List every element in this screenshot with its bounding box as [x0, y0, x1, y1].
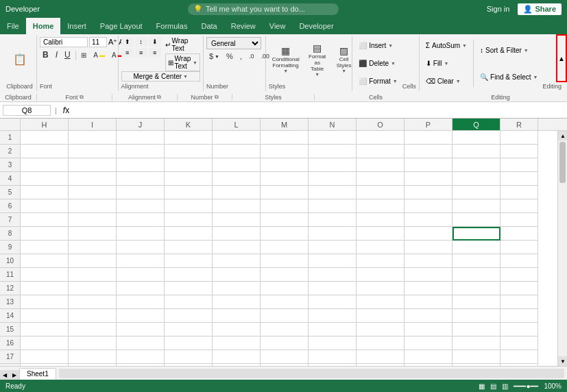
- cell-I7[interactable]: [69, 213, 117, 227]
- cell-O16[interactable]: [357, 336, 405, 350]
- cell-O10[interactable]: [357, 254, 405, 268]
- function-button[interactable]: fx: [61, 106, 71, 115]
- cell-J2[interactable]: [117, 145, 165, 158]
- merge-center-button[interactable]: ⊞ Wrap Text ▼: [165, 53, 200, 71]
- cell-H10[interactable]: [21, 254, 69, 268]
- cell-R1[interactable]: [500, 131, 538, 145]
- cell-R12[interactable]: [500, 282, 538, 295]
- row-header-17[interactable]: 17: [0, 350, 20, 364]
- cell-O14[interactable]: [357, 309, 405, 323]
- cell-P17[interactable]: [405, 350, 453, 364]
- cell-H11[interactable]: [21, 268, 69, 282]
- row-header-1[interactable]: 1: [0, 131, 20, 145]
- cell-I3[interactable]: [69, 158, 117, 172]
- cell-Q4[interactable]: [453, 172, 500, 186]
- scroll-up-button[interactable]: ▲: [558, 131, 567, 140]
- cell-R17[interactable]: [500, 350, 538, 364]
- cell-P14[interactable]: [405, 309, 453, 323]
- horizontal-scrollbar-track[interactable]: [59, 369, 564, 378]
- cell-L5[interactable]: [213, 186, 261, 199]
- paste-button[interactable]: 📋: [10, 52, 30, 67]
- view-pagebreak-icon[interactable]: ▥: [502, 382, 508, 390]
- cell-J18[interactable]: [117, 364, 165, 366]
- number-expand-icon[interactable]: ⧉: [215, 94, 219, 101]
- col-header-Q[interactable]: Q: [453, 119, 500, 130]
- cell-O11[interactable]: [357, 268, 405, 282]
- cell-L1[interactable]: [213, 131, 261, 145]
- cell-M16[interactable]: [261, 336, 309, 350]
- cell-J16[interactable]: [117, 336, 165, 350]
- scrollbar-track[interactable]: [558, 140, 567, 356]
- font-size[interactable]: 11: [89, 37, 107, 47]
- cell-M2[interactable]: [261, 145, 309, 158]
- cell-J3[interactable]: [117, 158, 165, 172]
- cell-L7[interactable]: [213, 213, 261, 227]
- cell-O3[interactable]: [357, 158, 405, 172]
- cell-O1[interactable]: [357, 131, 405, 145]
- cell-R18[interactable]: [500, 364, 538, 366]
- cell-O13[interactable]: [357, 295, 405, 309]
- cell-I4[interactable]: [69, 172, 117, 186]
- col-header-L[interactable]: L: [213, 119, 261, 130]
- cell-L14[interactable]: [213, 309, 261, 323]
- cell-L16[interactable]: [213, 336, 261, 350]
- tab-review[interactable]: Review: [224, 18, 263, 34]
- scrollbar-thumb[interactable]: [559, 142, 566, 183]
- comma-button[interactable]: ,: [237, 51, 245, 62]
- conditional-formatting-button[interactable]: ▦ ConditionalFormatting ▼: [269, 43, 303, 75]
- row-header-4[interactable]: 4: [0, 172, 20, 186]
- cell-M18[interactable]: [261, 364, 309, 366]
- tab-page-layout[interactable]: Page Layout: [93, 18, 149, 34]
- cell-M6[interactable]: [261, 199, 309, 213]
- row-header-9[interactable]: 9: [0, 241, 20, 254]
- col-header-M[interactable]: M: [261, 119, 309, 130]
- cell-L17[interactable]: [213, 350, 261, 364]
- cell-L12[interactable]: [213, 282, 261, 295]
- cell-K11[interactable]: [165, 268, 213, 282]
- cell-L4[interactable]: [213, 172, 261, 186]
- cell-R15[interactable]: [500, 323, 538, 336]
- row-header-15[interactable]: 15: [0, 323, 20, 336]
- cell-N3[interactable]: [309, 158, 357, 172]
- cell-O5[interactable]: [357, 186, 405, 199]
- cell-Q9[interactable]: [453, 241, 500, 254]
- cell-J9[interactable]: [117, 241, 165, 254]
- scroll-down-button[interactable]: ▼: [558, 356, 567, 366]
- cell-P16[interactable]: [405, 336, 453, 350]
- cell-I9[interactable]: [69, 241, 117, 254]
- cell-Q8[interactable]: [453, 227, 500, 241]
- cell-N18[interactable]: [309, 364, 357, 366]
- cell-N6[interactable]: [309, 199, 357, 213]
- cell-N7[interactable]: [309, 213, 357, 227]
- cell-Q5[interactable]: [453, 186, 500, 199]
- insert-button[interactable]: ⬜ Insert ▼: [355, 40, 401, 51]
- cell-O18[interactable]: [357, 364, 405, 366]
- cell-P7[interactable]: [405, 213, 453, 227]
- view-page-icon[interactable]: ▤: [490, 382, 496, 390]
- merge-center-full-button[interactable]: Merge & Center ▼: [121, 71, 200, 82]
- cell-M12[interactable]: [261, 282, 309, 295]
- tellme-box[interactable]: 💡 Tell me what you want to do...: [188, 3, 339, 15]
- cell-H12[interactable]: [21, 282, 69, 295]
- cell-H5[interactable]: [21, 186, 69, 199]
- cell-K16[interactable]: [165, 336, 213, 350]
- cell-J11[interactable]: [117, 268, 165, 282]
- cell-I18[interactable]: [69, 364, 117, 366]
- cell-Q7[interactable]: [453, 213, 500, 227]
- cell-K17[interactable]: [165, 350, 213, 364]
- col-header-J[interactable]: J: [117, 119, 165, 130]
- wrap-text-button[interactable]: ↵ Wrap Text: [165, 37, 200, 52]
- row-header-16[interactable]: 16: [0, 336, 20, 350]
- cell-L9[interactable]: [213, 241, 261, 254]
- cell-H18[interactable]: [21, 364, 69, 366]
- format-table-button[interactable]: ▤ Format asTable ▼: [305, 40, 330, 79]
- increase-font-btn[interactable]: A⁺: [108, 38, 117, 47]
- cell-R13[interactable]: [500, 295, 538, 309]
- cell-N10[interactable]: [309, 254, 357, 268]
- cell-R6[interactable]: [500, 199, 538, 213]
- cell-M13[interactable]: [261, 295, 309, 309]
- cell-Q14[interactable]: [453, 309, 500, 323]
- cell-P9[interactable]: [405, 241, 453, 254]
- cell-M4[interactable]: [261, 172, 309, 186]
- cell-M15[interactable]: [261, 323, 309, 336]
